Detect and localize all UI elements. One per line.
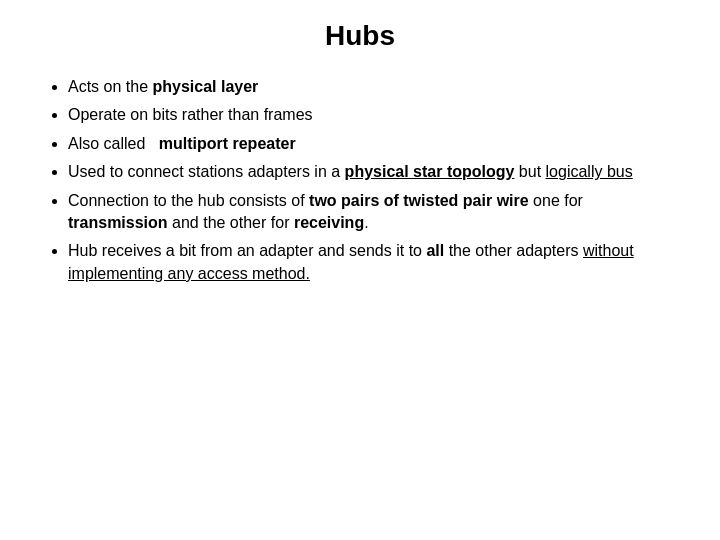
list-item: Also called multiport repeater [68,133,680,155]
main-bullet-list: Acts on the physical layer Operate on bi… [40,76,680,184]
bold-span: receiving [294,214,364,231]
text-span: Operate on bits rather than frames [68,106,313,123]
text-span: Acts on the [68,78,153,95]
content-area: Acts on the physical layer Operate on bi… [40,76,680,520]
page-container: Hubs Acts on the physical layer Operate … [0,0,720,540]
bold-underline-span: physical star topology [345,163,515,180]
bold-span: two pairs of twisted pair wire [309,192,529,209]
extra-bullet-list: Connection to the hub consists of two pa… [40,190,680,286]
text-span: Used to connect stations adapters in a [68,163,345,180]
text-span: and the other for [168,214,294,231]
bold-span: multiport repeater [159,135,296,152]
text-span: the other adapters [444,242,583,259]
text-span: but [514,163,545,180]
list-item: Hub receives a bit from an adapter and s… [68,240,680,285]
bold-span: all [426,242,444,259]
text-span: Hub receives a bit from an adapter and s… [68,242,426,259]
bold-span: physical layer [153,78,259,95]
text-span: one for [529,192,583,209]
list-item: Operate on bits rather than frames [68,104,680,126]
text-span: . [364,214,368,231]
text-span: Connection to the hub consists of [68,192,309,209]
list-item: Acts on the physical layer [68,76,680,98]
text-span: Also called [68,135,159,152]
page-title: Hubs [40,20,680,52]
bold-span: transmission [68,214,168,231]
list-item: Connection to the hub consists of two pa… [68,190,680,235]
underline-span: logically bus [546,163,633,180]
list-item: Used to connect stations adapters in a p… [68,161,680,183]
